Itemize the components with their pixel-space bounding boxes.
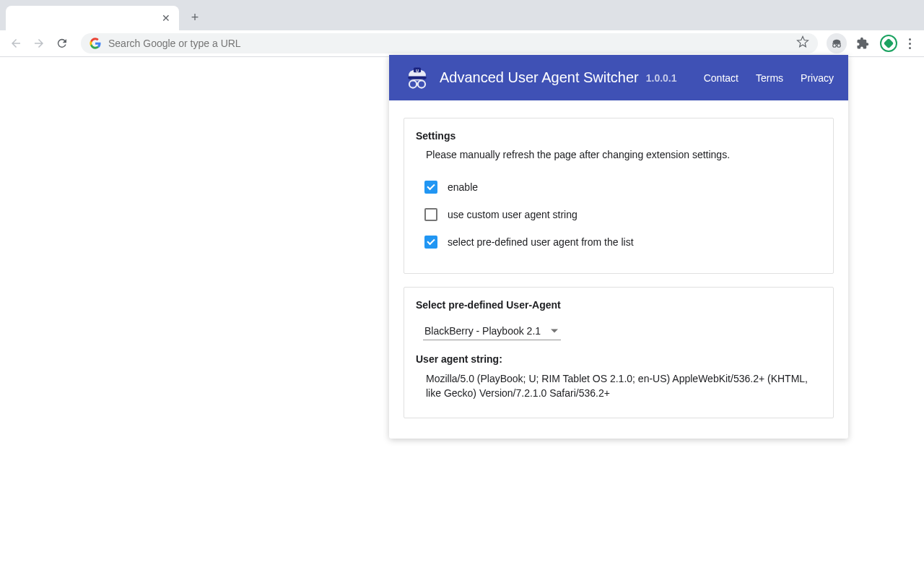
arrow-left-icon — [9, 37, 22, 50]
nav-privacy[interactable]: Privacy — [801, 72, 834, 84]
incognito-icon — [830, 37, 843, 50]
avatar-icon — [880, 35, 897, 52]
ua-string-label: User agent string: — [416, 353, 821, 365]
label-enable: enable — [448, 181, 478, 193]
svg-point-9 — [418, 80, 425, 87]
forward-button[interactable] — [29, 33, 49, 53]
puzzle-icon — [856, 37, 869, 50]
popup-version: 1.0.0.1 — [646, 72, 677, 84]
option-custom-row: use custom user agent string — [416, 201, 821, 228]
checkbox-enable[interactable] — [424, 181, 437, 194]
predefined-heading: Select pre-defined User-Agent — [416, 299, 821, 311]
checkbox-custom-ua[interactable] — [424, 208, 437, 221]
arrow-right-icon — [32, 37, 45, 50]
label-custom-ua: use custom user agent string — [448, 209, 578, 220]
predefined-card: Select pre-defined User-Agent BlackBerry… — [404, 287, 834, 418]
option-predefined-row: select pre-defined user agent from the l… — [416, 228, 821, 256]
checkbox-predefined[interactable] — [424, 236, 437, 249]
page-content: U Advanced User Agent Switcher 1.0.0.1 C… — [0, 57, 924, 578]
nav-terms[interactable]: Terms — [756, 72, 783, 84]
option-enable-row: enable — [416, 173, 821, 201]
svg-point-3 — [837, 44, 841, 48]
extension-logo-icon: U — [405, 66, 430, 90]
settings-note: Please manually refresh the page after c… — [416, 149, 821, 160]
extensions-button[interactable] — [853, 33, 873, 53]
browser-menu-button[interactable] — [905, 38, 915, 49]
ua-select[interactable]: BlackBerry - Playbook 2.1 — [423, 322, 561, 340]
close-tab-icon[interactable]: ✕ — [160, 12, 172, 24]
label-predefined: select pre-defined user agent from the l… — [448, 236, 634, 248]
svg-text:U: U — [416, 68, 419, 72]
svg-point-2 — [833, 44, 837, 48]
chevron-down-icon — [551, 329, 558, 333]
ua-string-value: Mozilla/5.0 (PlayBook; U; RIM Tablet OS … — [416, 372, 821, 400]
toolbar-actions — [827, 33, 918, 53]
popup-body: Settings Please manually refresh the pag… — [389, 100, 848, 439]
extension-popup: U Advanced User Agent Switcher 1.0.0.1 C… — [389, 55, 848, 439]
address-bar[interactable] — [81, 33, 818, 53]
settings-heading: Settings — [416, 130, 821, 142]
back-button[interactable] — [6, 33, 26, 53]
nav-contact[interactable]: Contact — [704, 72, 738, 84]
bookmark-star-icon[interactable] — [796, 35, 809, 51]
ua-select-wrap: BlackBerry - Playbook 2.1 — [416, 318, 821, 353]
settings-card: Settings Please manually refresh the pag… — [404, 118, 834, 274]
svg-point-8 — [409, 80, 417, 87]
google-icon — [90, 38, 101, 49]
url-input[interactable] — [108, 38, 789, 49]
popup-title: Advanced User Agent Switcher — [440, 69, 639, 86]
reload-icon — [56, 37, 69, 50]
browser-toolbar — [0, 30, 924, 57]
profile-avatar[interactable] — [879, 33, 899, 53]
browser-tab[interactable]: ✕ — [6, 6, 179, 30]
browser-window: ✕ + — [0, 0, 924, 578]
ua-select-value: BlackBerry - Playbook 2.1 — [424, 325, 541, 337]
popup-nav: Contact Terms Privacy — [704, 72, 834, 84]
new-tab-button[interactable]: + — [185, 7, 205, 27]
reload-button[interactable] — [52, 33, 72, 53]
tab-strip: ✕ + — [0, 0, 924, 30]
popup-header: U Advanced User Agent Switcher 1.0.0.1 C… — [389, 55, 848, 100]
extension-uaswitcher-icon[interactable] — [827, 33, 847, 53]
svg-rect-5 — [408, 76, 427, 79]
